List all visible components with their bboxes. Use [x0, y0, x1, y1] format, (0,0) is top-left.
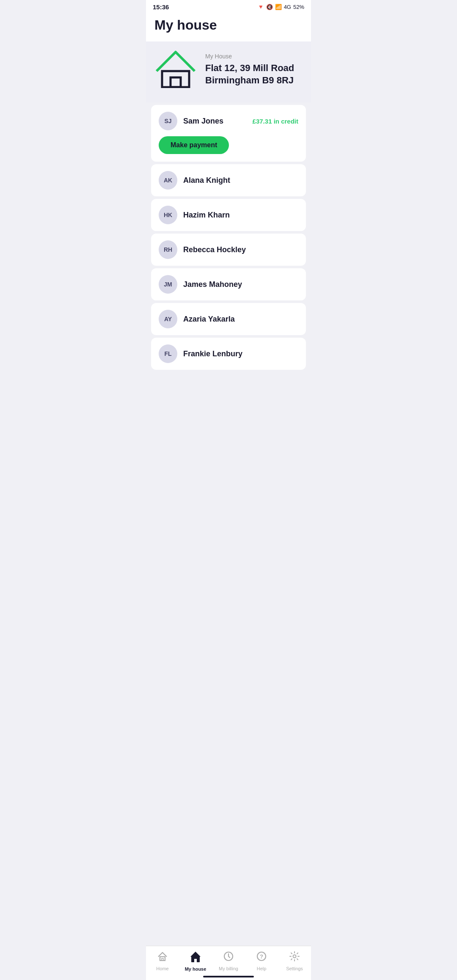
- resident-name-1: Alana Knight: [183, 176, 230, 185]
- make-payment-button[interactable]: Make payment: [159, 136, 229, 154]
- page-header: My house: [146, 13, 311, 41]
- house-address: Flat 12, 39 Mill Road Birmingham B9 8RJ: [205, 62, 294, 86]
- house-info: My House Flat 12, 39 Mill Road Birmingha…: [205, 53, 294, 86]
- status-bar: 15:36 🔻 🔇 📶 4G 52%: [146, 0, 311, 13]
- status-time: 15:36: [153, 3, 169, 11]
- avatar-ay: AY: [159, 310, 177, 328]
- resident-card-primary[interactable]: SJ Sam Jones £37.31 in credit Make payme…: [151, 105, 306, 162]
- svg-rect-0: [162, 71, 189, 87]
- avatar-jm: JM: [159, 275, 177, 294]
- status-icons: 🔻 🔇 📶 4G 52%: [257, 4, 304, 10]
- avatar-ak: AK: [159, 171, 177, 190]
- resident-name-0: Sam Jones: [183, 117, 223, 126]
- resident-name-5: Azaria Yakarla: [183, 315, 235, 324]
- house-illustration: [154, 50, 197, 90]
- house-address-line2: Birmingham B9 8RJ: [205, 75, 294, 85]
- house-card: My House Flat 12, 39 Mill Road Birmingha…: [146, 41, 311, 102]
- resident-name-3: Rebecca Hockley: [183, 245, 246, 254]
- credit-amount: £37.31 in credit: [253, 118, 298, 125]
- resident-row-primary: SJ Sam Jones £37.31 in credit: [159, 112, 298, 130]
- avatar-rh: RH: [159, 240, 177, 259]
- bluetooth-icon: 🔻: [257, 4, 264, 10]
- signal-icon: 4G: [284, 4, 291, 10]
- wifi-icon: 📶: [275, 4, 282, 10]
- resident-name-4: James Mahoney: [183, 280, 242, 289]
- resident-name-6: Frankie Lenbury: [183, 350, 242, 358]
- avatar-hk: HK: [159, 206, 177, 224]
- avatar-fl: FL: [159, 344, 177, 363]
- mute-icon: 🔇: [266, 4, 273, 10]
- resident-card-6[interactable]: FL Frankie Lenbury: [151, 338, 306, 370]
- battery-text: 52%: [293, 4, 304, 10]
- resident-card-2[interactable]: HK Hazim Kharn: [151, 199, 306, 231]
- resident-name-2: Hazim Kharn: [183, 211, 230, 220]
- resident-card-4[interactable]: JM James Mahoney: [151, 268, 306, 300]
- svg-rect-1: [171, 77, 181, 87]
- house-label: My House: [205, 53, 294, 60]
- page-title: My house: [154, 17, 303, 33]
- resident-card-5[interactable]: AY Azaria Yakarla: [151, 303, 306, 335]
- resident-card-1[interactable]: AK Alana Knight: [151, 164, 306, 196]
- residents-list: SJ Sam Jones £37.31 in credit Make payme…: [146, 105, 311, 415]
- house-address-line1: Flat 12, 39 Mill Road: [205, 63, 294, 73]
- avatar-sj: SJ: [159, 112, 177, 130]
- resident-card-3[interactable]: RH Rebecca Hockley: [151, 234, 306, 266]
